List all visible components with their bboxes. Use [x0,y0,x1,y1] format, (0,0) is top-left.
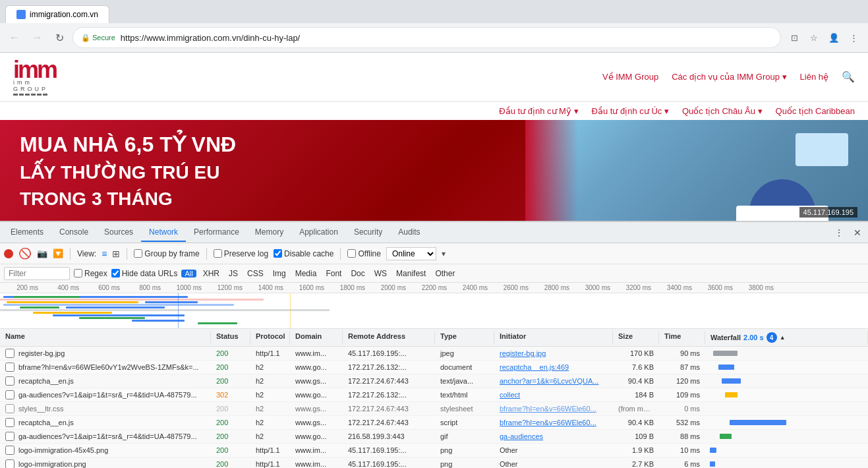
cam-button[interactable]: 📷 [37,249,47,258]
td-initiator[interactable]: bframe?hl=en&v=66WEle60... [494,417,613,428]
th-time[interactable]: Time [659,331,705,344]
td-initiator[interactable]: bframe?hl=en&v=66WEle60... [494,403,613,415]
throttle-select[interactable]: Online Fast 3G Slow 3G [386,247,436,260]
ruler-3200: 3200 ms [613,284,654,291]
tab-performance[interactable]: Performance [186,223,247,242]
td-initiator[interactable]: anchor?ar=1&k=6LcvcVQUA... [494,375,613,387]
cast-button[interactable]: ⊡ [785,28,803,47]
browser-tab[interactable]: immigration.com.vn [5,5,109,23]
menu-button[interactable]: ⋮ [844,28,863,47]
filter-img[interactable]: Img [270,268,289,279]
table-row[interactable]: logo-immigration.png 200 http/1.1 www.im… [0,457,868,468]
table-row[interactable]: styles__ltr.css 200 h2 www.gs... 172.217… [0,402,868,416]
table-row[interactable]: recaptcha__en.js 200 h2 www.gs... 172.21… [0,374,868,388]
table-row[interactable]: ga-audiences?v=1&aip=1&t=sr&_r=4&tid=UA-… [0,430,868,444]
toolbar-divider-2 [127,248,127,260]
search-icon-nav[interactable]: 🔍 [842,71,855,83]
sub-nav-caribbean[interactable]: Quốc tịch Caribbean [776,106,855,116]
tab-memory[interactable]: Memory [247,223,291,242]
filter-icon-button[interactable]: 🔽 [53,249,63,258]
ruler-2000: 2000 ms [368,284,409,291]
group-frame-input[interactable] [134,249,142,258]
devtools-more-button[interactable]: ⋮ [831,225,847,241]
reload-button[interactable]: ↻ [50,28,69,47]
imm-logo: imm imm GROUP [13,58,56,96]
row-name: ga-audiences?v=1&aip=1&t=sr&_r=4&tid=UA-… [18,432,197,440]
th-name[interactable]: Name [0,331,211,344]
td-initiator[interactable]: recaptcha__en.js:469 [494,361,613,373]
nav-link-lien-he[interactable]: Liên hệ [800,72,828,82]
throttle-dropdown-icon[interactable]: ▾ [442,249,446,258]
filter-ws[interactable]: WS [372,268,390,279]
group-frame-checkbox[interactable]: Group by frame [134,249,199,258]
tab-audits[interactable]: Audits [390,223,428,242]
offline-input[interactable] [347,249,356,258]
th-domain[interactable]: Domain [290,331,343,344]
bookmark-button[interactable]: ☆ [805,28,823,47]
preserve-log-checkbox[interactable]: Preserve log [214,249,268,258]
td-domain: www.go... [290,389,343,401]
td-initiator[interactable]: ga-audiences [494,430,613,442]
forward-button[interactable]: → [28,28,46,47]
regex-input[interactable] [74,269,82,278]
table-row[interactable]: register-bg.jpg 200 http/1.1 www.im... 4… [0,347,868,361]
offline-checkbox[interactable]: Offline [347,249,380,258]
back-button[interactable]: ← [5,28,24,47]
group-frame-label: Group by frame [144,249,199,258]
profile-button[interactable]: 👤 [825,28,843,47]
clear-button[interactable]: 🚫 [18,247,32,260]
sub-nav-uc[interactable]: Đầu tư định cư Úc [592,106,669,116]
tab-console[interactable]: Console [51,223,96,242]
all-filter-button[interactable]: All [181,270,196,278]
th-type[interactable]: Type [435,331,494,344]
tab-network[interactable]: Network [141,223,186,242]
list-view-button[interactable]: ≡ [101,249,107,259]
sub-nav-my[interactable]: Đầu tư định cư Mỹ [499,106,578,116]
filter-other[interactable]: Other [432,268,457,279]
th-protocol[interactable]: Protocol [250,331,290,344]
filter-css[interactable]: CSS [245,268,266,279]
table-row[interactable]: logo-immigration-45x45.png 200 http/1.1 … [0,444,868,457]
tab-elements[interactable]: Elements [3,223,51,242]
network-table-area: Name Status Protocol Domain Remote Addre… [0,329,868,468]
sub-nav-au[interactable]: Quốc tịch Châu Âu [682,106,763,116]
hide-data-urls-checkbox[interactable]: Hide data URLs [111,269,178,278]
nav-link-dich-vu[interactable]: Các dịch vụ của IMM Group [672,72,786,82]
filter-manifest[interactable]: Manifest [393,268,428,279]
filter-media[interactable]: Media [293,268,320,279]
tab-bar: immigration.com.vn [0,0,868,23]
th-initiator[interactable]: Initiator [494,331,613,344]
td-type: text/java... [435,375,494,387]
th-size[interactable]: Size [613,331,659,344]
website-content: imm imm GROUP Về IMM Group Các dịch vụ c… [0,53,868,221]
timeline-area: 200 ms 400 ms 600 ms 800 ms 1000 ms 1200… [0,283,868,329]
disable-cache-checkbox[interactable]: Disable cache [274,249,333,258]
grid-view-button[interactable]: ⊞ [112,249,120,259]
preserve-log-input[interactable] [214,249,222,258]
nav-link-ve-imm[interactable]: Về IMM Group [602,72,658,82]
th-waterfall[interactable]: Waterfall 2.00 s 4 ▲ [705,331,868,344]
hide-data-urls-input[interactable] [111,269,120,278]
table-row[interactable]: bframe?hl=en&v=66WEle60vY1w2WveBS-1ZMFs&… [0,361,868,374]
filter-input[interactable] [4,267,70,280]
table-row[interactable]: ga-audiences?v=1&aip=1&t=sr&_r=4&tid=UA-… [0,388,868,402]
disable-cache-input[interactable] [274,249,282,258]
filter-js[interactable]: JS [226,268,241,279]
regex-checkbox[interactable]: Regex [74,269,107,278]
tab-application[interactable]: Application [291,223,346,242]
filter-doc[interactable]: Doc [348,268,367,279]
td-initiator[interactable]: collect [494,389,613,401]
th-remote[interactable]: Remote Address [343,331,435,344]
devtools-close-button[interactable]: ✕ [850,225,865,241]
table-row[interactable]: recaptcha__en.js 200 h2 www.gs... 172.21… [0,416,868,430]
filter-font[interactable]: Font [323,268,344,279]
filter-xhr[interactable]: XHR [200,268,222,279]
td-name: recaptcha__en.js [0,374,211,388]
td-initiator[interactable]: register-bg.jpg [494,347,613,359]
th-status[interactable]: Status [211,331,250,344]
address-box[interactable]: 🔒 Secure https://www.immigration.com.vn/… [72,27,781,48]
record-button[interactable] [4,249,13,258]
tab-sources[interactable]: Sources [96,223,141,242]
tab-security[interactable]: Security [346,223,390,242]
td-name: recaptcha__en.js [0,416,211,429]
